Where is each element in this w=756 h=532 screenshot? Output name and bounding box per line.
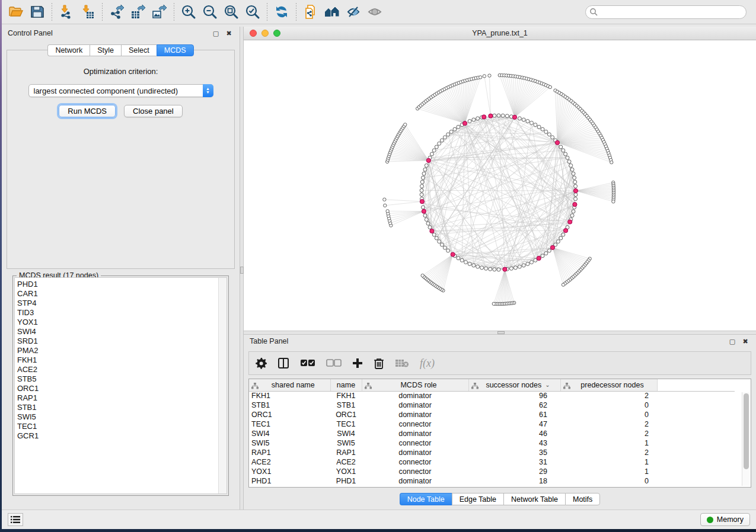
mcds-hub-node[interactable] [573,188,578,193]
deselect-all-rows-icon[interactable] [326,359,342,367]
table-row[interactable]: STB1STB1dominator620 [249,400,735,410]
zoom-in-icon[interactable] [180,3,197,21]
table-cell[interactable]: 0 [560,410,657,419]
select-all-rows-icon[interactable] [300,359,315,367]
table-cell[interactable]: dominator [362,391,468,400]
table-cell[interactable]: ACE2 [249,457,330,467]
zoom-out-icon[interactable] [201,3,219,21]
table-cell[interactable]: 0 [560,476,657,486]
table-cell[interactable]: ORC1 [330,410,362,419]
table-row[interactable]: PHD1PHD1dominator180 [249,476,735,486]
table-cell[interactable]: connector [362,438,468,448]
network-window-titlebar[interactable]: YPA_prune.txt_1 [244,27,756,40]
table-cell[interactable]: dominator [362,400,468,410]
mcds-hub-node[interactable] [422,209,426,213]
column-header-successor-nodes[interactable]: successor nodes⌄ [468,379,560,391]
table-row[interactable]: FKH1FKH1dominator962 [249,391,735,400]
network-canvas[interactable] [244,40,756,331]
table-cell[interactable]: RAP1 [330,448,362,457]
tab-select[interactable]: Select [121,44,157,56]
table-cell[interactable]: 47 [468,419,560,429]
table-cell[interactable]: 1 [560,467,657,476]
mcds-hub-node[interactable] [503,267,507,271]
table-cell[interactable]: dominator [362,448,468,457]
table-row[interactable]: RAP1RAP1dominator352 [249,448,735,457]
mcds-hub-node[interactable] [573,203,577,207]
column-header-predecessor-nodes[interactable]: predecessor nodes [560,379,657,391]
close-panel-icon[interactable]: ✖ [224,28,234,38]
vertical-splitter[interactable] [240,27,244,509]
mcds-result-item[interactable]: SRD1 [17,336,218,346]
table-cell[interactable]: STB1 [249,400,330,410]
task-history-button[interactable] [8,513,23,526]
table-row[interactable]: ACE2ACE2connector311 [249,457,735,467]
table-row[interactable]: SWI4SWI4dominator462 [249,429,735,438]
close-panel-icon[interactable]: ✖ [741,336,750,346]
mcds-hub-node[interactable] [568,220,572,224]
mcds-result-item[interactable]: SWI5 [17,412,218,422]
table-cell[interactable]: 0 [560,400,657,410]
table-cell[interactable]: FKH1 [249,391,330,400]
search-input[interactable] [585,5,747,19]
table-cell[interactable]: 61 [468,410,560,419]
table-cell[interactable]: PHD1 [249,476,330,486]
table-options-gear-icon[interactable] [255,357,267,369]
mcds-result-item[interactable]: FKH1 [17,355,218,365]
table-cell[interactable]: ORC1 [249,410,330,419]
mcds-result-item[interactable]: PHD1 [17,280,218,289]
table-cell[interactable]: dominator [362,429,468,438]
table-cell[interactable]: 2 [560,429,657,438]
mcds-result-item[interactable]: STP4 [17,299,218,308]
table-cell[interactable]: 35 [468,448,560,457]
table-cell[interactable]: TEC1 [330,419,362,429]
table-cell[interactable]: 1 [560,457,657,467]
mcds-result-item[interactable]: SWI4 [17,327,218,336]
mcds-hub-node[interactable] [482,115,486,119]
tab-network-table[interactable]: Network Table [503,493,565,505]
table-cell[interactable]: 1 [560,438,657,448]
mcds-result-item[interactable]: YOX1 [17,318,218,327]
export-image-icon[interactable] [151,3,168,21]
table-cell[interactable]: 29 [468,467,560,476]
horizontal-splitter[interactable] [244,331,756,335]
mcds-result-item[interactable]: CAR1 [17,289,218,299]
table-cell[interactable]: connector [362,419,468,429]
table-cell[interactable]: connector [362,457,468,467]
hide-graphics-details-icon[interactable] [344,3,362,21]
mcds-hub-node[interactable] [430,229,434,233]
table-cell[interactable]: TEC1 [249,419,330,429]
mcds-result-scrollbar[interactable] [218,278,227,493]
mcds-hub-node[interactable] [426,158,430,162]
zoom-selected-icon[interactable] [244,3,261,21]
table-cell[interactable]: FKH1 [330,391,362,400]
mcds-hub-node[interactable] [537,256,541,260]
column-header-MCDS-role[interactable]: MCDS role [362,379,468,391]
tab-network[interactable]: Network [47,44,90,56]
mcds-result-item[interactable]: TEC1 [17,422,218,431]
mcds-hub-node[interactable] [555,140,559,145]
import-table-icon[interactable] [79,3,97,21]
table-cell[interactable]: 31 [468,457,560,467]
tab-edge-table[interactable]: Edge Table [452,493,503,505]
mcds-result-item[interactable]: STB5 [17,374,218,384]
open-session-icon[interactable] [7,3,25,21]
bird-eye-view-icon[interactable] [366,3,384,21]
table-row[interactable]: TEC1TEC1connector472 [249,419,735,429]
tab-mcds[interactable]: MCDS [157,44,194,56]
table-cell[interactable]: YOX1 [249,467,330,476]
mcds-hub-node[interactable] [563,229,567,233]
float-panel-icon[interactable]: ▢ [211,28,221,38]
node-table-header-row[interactable]: shared namenameMCDS rolesuccessor nodes⌄… [249,379,735,391]
mcds-result-item[interactable]: ORC1 [17,384,218,393]
mcds-result-item[interactable]: TID3 [17,308,218,318]
memory-button[interactable]: Memory [700,513,750,526]
table-row[interactable]: SWI5SWI5connector431 [249,438,735,448]
mcds-result-item[interactable]: STB1 [17,403,218,412]
import-network-icon[interactable] [58,3,75,21]
mcds-hub-node[interactable] [550,245,554,249]
table-cell[interactable]: 2 [560,448,657,457]
clone-network-icon[interactable] [302,3,320,21]
mcds-result-item[interactable]: GCR1 [17,431,218,441]
tab-node-table[interactable]: Node Table [400,493,452,505]
table-cell[interactable]: 2 [560,419,657,429]
